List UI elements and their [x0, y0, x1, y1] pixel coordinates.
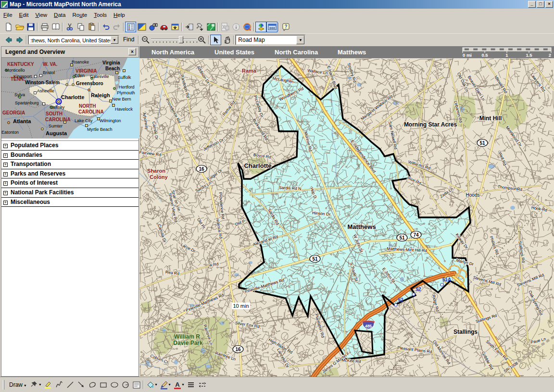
- svg-text:Charlotte: Charlotte: [244, 162, 271, 169]
- svg-text:Davie Park: Davie Park: [173, 340, 203, 346]
- svg-text:CAROLINA: CAROLINA: [45, 117, 71, 122]
- svg-text:Spartanburg: Spartanburg: [15, 101, 39, 105]
- svg-text:?: ?: [284, 24, 287, 29]
- svg-text:Atlanta: Atlanta: [13, 118, 31, 124]
- svg-text:Wilmington: Wilmington: [100, 118, 121, 123]
- svg-text:Matthews: Matthews: [347, 223, 376, 230]
- svg-text:1.5: 1.5: [526, 52, 532, 58]
- svg-text:Myrtle Beach: Myrtle Beach: [87, 127, 113, 132]
- svg-text:Eatonton: Eatonton: [1, 130, 19, 135]
- svg-text:Sharon: Sharon: [147, 168, 165, 174]
- svg-text:Sumter: Sumter: [49, 124, 63, 128]
- svg-text:GEORGIA: GEORGIA: [2, 110, 25, 115]
- svg-text:0 mi: 0 mi: [463, 52, 472, 58]
- svg-text:51: 51: [312, 256, 318, 262]
- svg-text:Plymouth: Plymouth: [117, 90, 135, 95]
- svg-text:A: A: [175, 381, 180, 388]
- svg-text:Beach: Beach: [105, 66, 120, 71]
- svg-text:CAROLINA: CAROLINA: [78, 109, 104, 114]
- svg-text:Kingsport: Kingsport: [13, 74, 32, 79]
- svg-text:2: 2: [549, 52, 551, 58]
- svg-text:Bristol: Bristol: [43, 70, 55, 75]
- svg-text:Morning Star Acres: Morning Star Acres: [404, 121, 457, 128]
- svg-text:Raleigh: Raleigh: [91, 92, 110, 98]
- svg-text:485: 485: [365, 324, 372, 329]
- svg-text:51: 51: [399, 235, 405, 240]
- svg-text:52: 52: [398, 297, 403, 303]
- svg-text:Augusta: Augusta: [46, 130, 67, 136]
- svg-text:SOUTH: SOUTH: [46, 111, 63, 116]
- svg-text:Asheville: Asheville: [37, 89, 54, 93]
- svg-text:Sylva: Sylva: [14, 92, 25, 97]
- svg-text:0.5: 0.5: [481, 52, 488, 58]
- svg-text:Virginia: Virginia: [102, 60, 120, 65]
- svg-text:16: 16: [199, 166, 204, 172]
- svg-text:Hertford: Hertford: [119, 85, 135, 89]
- svg-text:Eden: Eden: [75, 73, 85, 78]
- svg-text:Hoods: Hoods: [466, 192, 480, 198]
- svg-text:Suffolk: Suffolk: [118, 75, 131, 80]
- svg-text:Mint Hill: Mint Hill: [479, 115, 502, 122]
- svg-text:74: 74: [413, 232, 419, 238]
- svg-text:Greensboro: Greensboro: [76, 81, 103, 86]
- svg-text:Colony: Colony: [150, 174, 168, 180]
- svg-text:Charlotte: Charlotte: [61, 94, 84, 100]
- svg-text:16: 16: [235, 347, 241, 352]
- svg-text:New Bern: New Bern: [112, 97, 131, 101]
- svg-text:Stallings: Stallings: [453, 329, 478, 335]
- svg-text:Monticello: Monticello: [5, 68, 25, 73]
- svg-text:Winston-Salem: Winston-Salem: [25, 80, 60, 85]
- svg-text:Gaffney: Gaffney: [50, 105, 65, 110]
- svg-text:Lake City: Lake City: [75, 118, 93, 123]
- svg-text:Roanoke: Roanoke: [72, 60, 89, 64]
- svg-text:52: 52: [416, 287, 421, 292]
- svg-text:51A: 51A: [442, 277, 451, 282]
- svg-text:William R: William R: [174, 333, 200, 340]
- svg-text:51: 51: [479, 140, 485, 146]
- svg-text:KENTUCKY: KENTUCKY: [7, 62, 34, 67]
- svg-text:Gatesville: Gatesville: [90, 74, 109, 79]
- svg-text:W. VA.: W. VA.: [43, 62, 58, 67]
- svg-text:NORTH: NORTH: [79, 103, 96, 109]
- svg-text:1: 1: [505, 52, 508, 58]
- svg-text:Havelock: Havelock: [115, 107, 133, 112]
- svg-text:10 min: 10 min: [233, 303, 249, 309]
- svg-text:Rama: Rama: [242, 68, 257, 74]
